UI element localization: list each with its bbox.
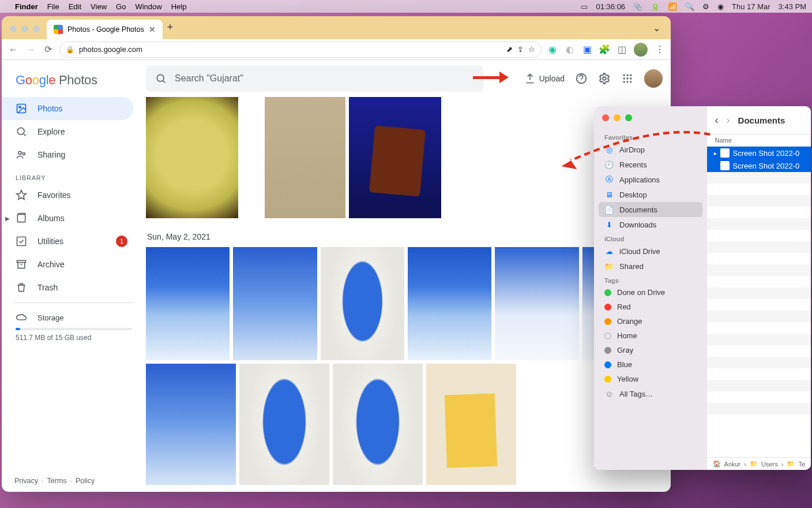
share-icon[interactable]: ⇪ [517,45,524,54]
control-center-icon[interactable]: ⚙ [702,2,709,11]
window-close-button[interactable] [10,25,17,32]
battery-icon[interactable]: 🔋 [651,2,660,11]
sidebar-item-recents[interactable]: 🕘Recents [599,157,702,172]
menu-window[interactable]: Window [135,2,161,11]
nav-sharing[interactable]: Sharing [2,143,133,166]
footer-privacy[interactable]: Privacy [14,477,38,485]
sidebar-item-icloud-drive[interactable]: ☁iCloud Drive [599,244,702,259]
wifi-icon[interactable]: 📶 [668,2,677,11]
screenmirror-icon[interactable]: ▭ [581,2,588,11]
photo-thumbnail[interactable] [426,364,516,485]
sidebar-item-downloads[interactable]: ⬇Downloads [599,217,702,232]
sidebar-tag-home[interactable]: Home [599,328,702,343]
window-minimize-button[interactable] [614,114,621,121]
footer-policy[interactable]: Policy [76,477,95,485]
photo-thumbnail[interactable] [495,247,578,360]
nav-archive[interactable]: Archive [2,253,133,276]
nav-utilities[interactable]: Utilities 1 [2,230,133,253]
nav-back-icon[interactable]: ← [7,44,19,55]
sidepanel-icon[interactable]: ◫ [616,44,627,55]
photo-thumbnail[interactable] [146,97,238,218]
photo-thumbnail[interactable] [146,247,230,360]
window-minimize-button[interactable] [21,25,28,32]
menu-file[interactable]: File [47,2,59,11]
sidebar-item-desktop[interactable]: 🖥Desktop [599,187,702,202]
extension-icon-3[interactable]: ▣ [582,44,592,55]
nav-photos[interactable]: Photos [2,97,133,120]
google-photos-logo[interactable]: Google Photos [2,64,146,97]
url-bar[interactable]: 🔒 photos.google.com ⬈ ⇪ ☆ [59,42,542,58]
nav-albums[interactable]: ▶ Albums [2,207,133,230]
star-icon[interactable]: ☆ [528,45,535,54]
photo-thumbnail[interactable] [349,97,441,218]
nav-forward-icon[interactable]: → [25,44,36,55]
window-zoom-button[interactable] [625,114,632,121]
menubar-date[interactable]: Thu 17 Mar [732,2,770,11]
window-zoom-button[interactable] [33,25,40,32]
menu-help[interactable]: Help [171,2,187,11]
svg-point-12 [626,74,628,76]
sidebar-tag-gray[interactable]: Gray [599,343,702,357]
sidebar-tag-blue[interactable]: Blue [599,357,702,372]
tag-dot-icon [604,361,611,368]
chrome-profile-avatar[interactable] [634,43,648,57]
applications-icon: Ⓐ [604,175,614,184]
photo-thumbnail[interactable] [321,247,404,360]
nav-reload-icon[interactable]: ⟳ [42,44,54,55]
nav-favorites[interactable]: Favorites [2,184,133,207]
spotlight-icon[interactable]: 🔍 [685,2,694,11]
help-icon[interactable] [575,72,588,85]
menu-go[interactable]: Go [116,2,126,11]
nav-explore[interactable]: Explore [2,120,133,143]
menubar-app-name[interactable]: Finder [15,2,38,11]
tag-dot-icon [604,304,611,311]
sidebar-tag-orange[interactable]: Orange [599,314,702,328]
extensions-puzzle-icon[interactable]: 🧩 [599,44,610,55]
extension-icon-2[interactable]: ◐ [565,44,575,55]
siri-icon[interactable]: ◉ [717,2,724,11]
browser-tab[interactable]: Photos - Google Photos ✕ [47,20,163,39]
photo-thumbnail[interactable] [333,364,423,485]
sidebar-item-airdrop[interactable]: ◎AirDrop [599,142,702,157]
window-close-button[interactable] [602,114,609,121]
finder-back-icon[interactable]: ‹ [715,114,719,126]
nav-trash[interactable]: Trash [2,276,133,299]
photo-thumbnail[interactable] [233,247,317,360]
sidebar-item-documents[interactable]: 📄Documents [599,202,702,217]
paperclip-icon[interactable]: 📎 [633,2,642,11]
finder-forward-icon[interactable]: › [727,114,730,126]
photo-thumbnail[interactable] [239,364,329,485]
sidebar-tag-all[interactable]: ⊙All Tags… [599,386,702,401]
menu-view[interactable]: View [91,2,107,11]
sidebar-tag-done[interactable]: Done on Drive [599,285,702,300]
photo-thumbnail[interactable] [408,247,491,360]
menubar-clock-extra[interactable]: 01:36:06 [596,2,625,11]
finder-column-header-name[interactable]: Name [707,134,811,147]
sidebar-tag-red[interactable]: Red [599,300,702,314]
tabs-dropdown-icon[interactable]: ⌄ [653,23,660,33]
finder-file-row[interactable]: ▸Screen Shot 2022-0 [707,147,811,159]
photo-thumbnail[interactable] [265,97,345,218]
search-bar[interactable]: Search "Gujarat" [146,65,483,92]
gear-icon[interactable] [598,72,611,85]
open-external-icon[interactable]: ⬈ [506,45,513,54]
finder-file-row[interactable]: ▸Screen Shot 2022-0 [707,159,811,172]
photo-thumbnail[interactable] [146,364,236,485]
extension-grammarly-icon[interactable]: ◉ [547,44,558,55]
finder-path-bar[interactable]: 🏠Ankur› 📁Users› 📁Te [707,457,811,470]
new-tab-button[interactable]: + [167,21,174,33]
account-avatar[interactable] [644,69,663,88]
chevron-right-icon[interactable]: ▶ [5,215,10,222]
sidebar-item-applications[interactable]: ⒶApplications [599,172,702,187]
sidebar-item-shared[interactable]: 📁Shared [599,259,702,274]
apps-grid-icon[interactable] [621,72,634,85]
tab-close-icon[interactable]: ✕ [149,25,156,34]
chrome-toolbar: ← → ⟳ 🔒 photos.google.com ⬈ ⇪ ☆ ◉ ◐ ▣ 🧩 … [2,39,671,60]
menubar-time[interactable]: 3:43 PM [779,2,806,11]
nav-storage[interactable]: Storage 511.7 MB of 15 GB used [2,307,146,346]
footer-terms[interactable]: Terms [47,477,66,485]
upload-button[interactable]: Upload [524,73,565,84]
menu-edit[interactable]: Edit [69,2,81,11]
chrome-menu-icon[interactable]: ⋮ [655,44,665,55]
sidebar-tag-yellow[interactable]: Yellow [599,372,702,386]
